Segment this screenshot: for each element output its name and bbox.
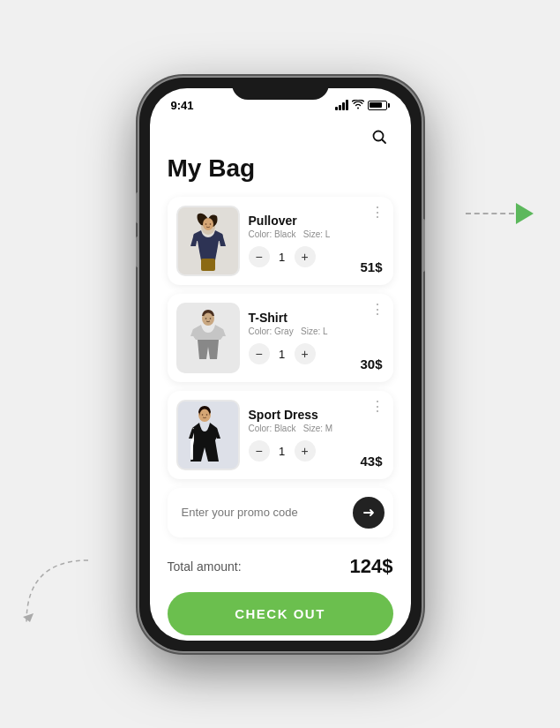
total-value: 124$ [350, 555, 393, 578]
status-time: 9:41 [171, 99, 194, 112]
page-title: My Bag [168, 154, 393, 183]
cart-item-pullover: Pullover Color: Black Size: L − 1 + ⋮ 51… [168, 197, 393, 285]
qty-value-tshirt: 1 [277, 348, 287, 361]
item-menu-tshirt[interactable]: ⋮ [370, 303, 385, 317]
item-image-sport-dress [176, 400, 240, 470]
svg-rect-5 [201, 259, 215, 271]
decrease-qty-sport-dress[interactable]: − [249, 440, 270, 462]
item-price-tshirt: 30$ [360, 356, 382, 372]
checkout-button[interactable]: CHECK OUT [168, 592, 393, 635]
status-icons [335, 100, 390, 111]
tshirt-figure [178, 304, 238, 372]
pullover-figure [178, 207, 238, 274]
svg-point-7 [205, 223, 206, 225]
item-image-tshirt [176, 303, 240, 373]
svg-marker-0 [23, 613, 34, 622]
arrow-right-icon [362, 506, 376, 520]
app-header [168, 116, 393, 154]
signal-bars-icon [335, 100, 348, 110]
promo-submit-button[interactable] [353, 497, 385, 529]
item-name-tshirt: T-Shirt [249, 311, 385, 325]
item-price-pullover: 51$ [360, 259, 382, 274]
phone-screen: 9:41 [150, 88, 411, 641]
search-button[interactable] [365, 123, 393, 151]
wifi-icon [352, 100, 364, 111]
phone-frame: 9:41 [139, 78, 422, 651]
decrease-qty-pullover[interactable]: − [249, 246, 270, 267]
notch [232, 78, 329, 100]
svg-point-12 [205, 318, 206, 319]
increase-qty-sport-dress[interactable]: + [295, 440, 316, 462]
deco-arrow-right [466, 203, 534, 224]
scene: 9:41 [0, 0, 560, 728]
item-image-pullover [176, 206, 240, 276]
increase-qty-tshirt[interactable]: + [295, 343, 316, 364]
item-name-sport-dress: Sport Dress [249, 408, 385, 422]
svg-point-11 [203, 312, 213, 324]
svg-line-2 [382, 139, 385, 143]
cart-item-sport-dress: Sport Dress Color: Black Size: M − 1 + ⋮… [168, 391, 393, 479]
item-menu-pullover[interactable]: ⋮ [370, 206, 385, 220]
svg-point-1 [373, 131, 383, 140]
qty-value-pullover: 1 [277, 251, 287, 264]
search-icon [371, 129, 387, 145]
item-name-pullover: Pullover [249, 214, 385, 228]
promo-section [168, 488, 393, 537]
svg-point-8 [209, 223, 211, 225]
decrease-qty-tshirt[interactable]: − [249, 343, 270, 364]
battery-icon [368, 101, 390, 110]
svg-point-18 [199, 409, 209, 420]
deco-arrow-left [18, 552, 97, 631]
increase-qty-pullover[interactable]: + [295, 246, 316, 267]
dress-figure [178, 402, 238, 469]
svg-point-20 [205, 414, 207, 416]
qty-value-sport-dress: 1 [277, 445, 287, 458]
total-row: Total amount: 124$ [168, 546, 393, 587]
cart-item-tshirt: T-Shirt Color: Gray Size: L − 1 + ⋮ 30$ [168, 294, 393, 382]
item-meta-pullover: Color: Black Size: L [249, 229, 385, 239]
svg-rect-17 [190, 440, 193, 460]
total-label: Total amount: [168, 559, 242, 574]
svg-point-13 [209, 318, 211, 319]
promo-input[interactable] [182, 506, 353, 519]
item-price-sport-dress: 43$ [360, 454, 382, 469]
svg-point-6 [203, 218, 213, 230]
item-menu-sport-dress[interactable]: ⋮ [370, 400, 385, 414]
item-meta-tshirt: Color: Gray Size: L [249, 326, 385, 336]
app-content: My Bag [150, 116, 411, 641]
svg-point-19 [201, 414, 203, 416]
item-meta-sport-dress: Color: Black Size: M [249, 424, 385, 433]
